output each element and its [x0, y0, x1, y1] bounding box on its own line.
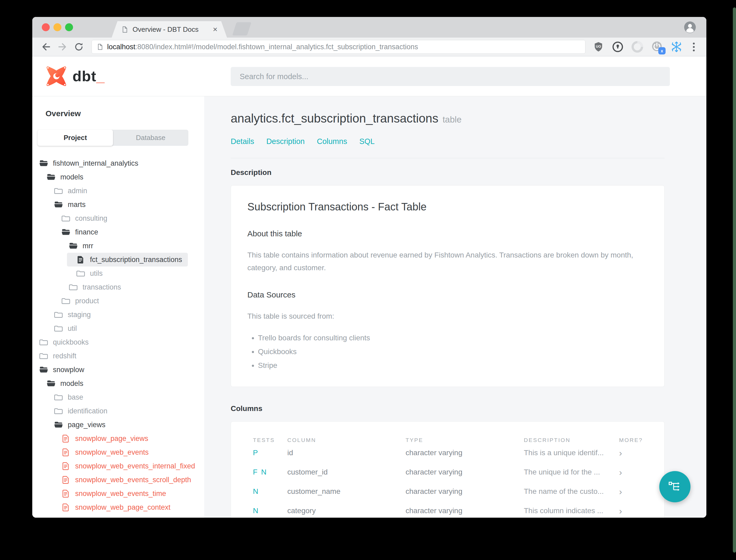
- tree-item[interactable]: staging: [32, 308, 204, 322]
- tree-item[interactable]: fishtown_internal_analytics: [32, 156, 204, 170]
- tree-item[interactable]: transactions: [32, 280, 204, 294]
- tree-item[interactable]: snowplow_web_events_scroll_depth: [32, 473, 204, 487]
- column-header: TYPE: [405, 437, 524, 443]
- tree-item-label: consulting: [75, 214, 107, 223]
- column-expand-chevron[interactable]: ›: [619, 506, 654, 516]
- zoom-window-button[interactable]: [65, 23, 73, 31]
- tree-item-label: util: [68, 324, 77, 333]
- tree-item-label: fishtown_internal_analytics: [53, 159, 138, 168]
- column-description: This is a unique identif...: [524, 449, 619, 457]
- dbt-logo[interactable]: dbt_: [45, 65, 105, 88]
- column-type: character varying: [405, 507, 524, 515]
- tab-database[interactable]: Database: [113, 130, 188, 146]
- tree-item[interactable]: snowplow_web_page_context: [32, 500, 204, 514]
- column-type: character varying: [405, 487, 524, 496]
- tree-item[interactable]: identification: [32, 404, 204, 418]
- tree-item-label: mrr: [83, 242, 93, 250]
- forward-button[interactable]: [56, 40, 69, 54]
- column-expand-chevron[interactable]: ›: [619, 448, 654, 458]
- svg-text:x: x: [661, 48, 663, 53]
- tree-item[interactable]: mrr: [32, 239, 204, 253]
- tree-item[interactable]: product: [32, 294, 204, 308]
- back-button[interactable]: [39, 40, 53, 54]
- tab-close-icon[interactable]: ×: [213, 25, 218, 34]
- tree-item[interactable]: snowplow_web_events: [32, 445, 204, 459]
- folder-open-icon: [54, 420, 63, 429]
- column-name: customer_id: [287, 468, 405, 476]
- tree-item-label: models: [60, 380, 83, 388]
- lineage-graph-button[interactable]: [659, 471, 690, 502]
- tree-item[interactable]: base: [32, 390, 204, 404]
- url-bar[interactable]: localhost:8080/index.html#!/model/model.…: [92, 40, 585, 54]
- browser-toolbar: localhost:8080/index.html#!/model/model.…: [32, 38, 706, 56]
- column-expand-chevron[interactable]: ›: [619, 467, 654, 477]
- tree-item[interactable]: snowplow_web_events_internal_fixed: [32, 459, 204, 473]
- column-name: customer_name: [287, 487, 405, 496]
- tree-item[interactable]: snowplow_page_views: [32, 432, 204, 445]
- column-row[interactable]: Ncategorycharacter varyingThis column in…: [231, 501, 654, 518]
- folder-closed-icon: [61, 214, 70, 223]
- tree-item[interactable]: quickbooks: [32, 335, 204, 349]
- description-card-title: Subscription Transactions - Fact Table: [247, 201, 648, 213]
- nav-link-description[interactable]: Description: [267, 137, 305, 146]
- tree-item[interactable]: util: [32, 322, 204, 335]
- model-file-icon: [76, 255, 85, 264]
- tree-item[interactable]: page_views: [32, 418, 204, 432]
- reload-button[interactable]: [72, 40, 86, 54]
- tree-item[interactable]: models: [32, 377, 204, 390]
- search-input[interactable]: [231, 67, 670, 86]
- model-file-icon: [61, 448, 70, 457]
- close-window-button[interactable]: [42, 23, 50, 31]
- tree-item[interactable]: utils: [32, 267, 204, 280]
- data-source-item: Quickbooks: [258, 347, 648, 356]
- tree-item[interactable]: snowplow_web_events_time: [32, 487, 204, 500]
- nav-link-details[interactable]: Details: [231, 137, 254, 146]
- extensions-row: UO x: [593, 40, 699, 53]
- browser-window: Overview - DBT Docs × localhost:8080/ind…: [32, 17, 706, 518]
- model-file-icon: [61, 475, 70, 484]
- data-sources-list: Trello boards for consulting clientsQuic…: [258, 334, 648, 370]
- column-row[interactable]: F Ncustomer_idcharacter varyingThe uniqu…: [231, 463, 654, 482]
- column-header: TESTS: [253, 437, 287, 443]
- tree-item-label: snowplow_web_events: [75, 448, 149, 457]
- snowflake-extension-icon[interactable]: [671, 41, 682, 53]
- desktop-edge: [733, 7, 736, 553]
- nav-link-sql[interactable]: SQL: [359, 137, 374, 146]
- folder-closed-icon: [54, 310, 63, 319]
- model-file-icon: [61, 489, 70, 498]
- tab-project[interactable]: Project: [38, 130, 113, 146]
- tree-item[interactable]: fct_subscription_transactions: [67, 253, 188, 267]
- nav-link-columns[interactable]: Columns: [317, 137, 347, 146]
- page-icon: [97, 43, 103, 50]
- profile-avatar[interactable]: [684, 21, 696, 34]
- column-description: This column indicates ...: [524, 507, 619, 515]
- column-row[interactable]: Ncustomer_namecharacter varyingThe name …: [231, 482, 654, 501]
- browser-menu-icon[interactable]: [690, 43, 697, 51]
- sidebar: Overview Project Database fishtown_inter…: [32, 96, 204, 518]
- folder-closed-icon: [54, 186, 63, 195]
- new-tab-button[interactable]: [232, 22, 251, 35]
- ublock-extension-icon[interactable]: UO: [593, 41, 604, 52]
- tree-item[interactable]: snowplow: [32, 363, 204, 377]
- tree-item[interactable]: redshift: [32, 349, 204, 363]
- browser-tab[interactable]: Overview - DBT Docs ×: [112, 21, 227, 38]
- column-row[interactable]: Pidcharacter varyingThis is a unique ide…: [231, 443, 654, 463]
- column-expand-chevron[interactable]: ›: [619, 486, 654, 497]
- column-name: id: [287, 449, 405, 457]
- tree-item[interactable]: consulting: [32, 211, 204, 225]
- tree-item[interactable]: finance: [32, 225, 204, 239]
- tree-item[interactable]: models: [32, 170, 204, 184]
- sidebar-overview-link[interactable]: Overview: [46, 109, 204, 118]
- disabled-extension-icon[interactable]: [631, 41, 643, 53]
- minimize-window-button[interactable]: [53, 23, 61, 31]
- tree-item[interactable]: marts: [32, 198, 204, 211]
- power-extension-icon[interactable]: x: [651, 40, 663, 53]
- column-type: character varying: [405, 449, 524, 457]
- column-header: DESCRIPTION: [524, 437, 619, 443]
- divider: [231, 158, 665, 158]
- tree-item-label: redshift: [53, 352, 76, 360]
- folder-closed-icon: [39, 338, 48, 347]
- onepassword-extension-icon[interactable]: [612, 41, 624, 53]
- tree-item[interactable]: admin: [32, 184, 204, 198]
- column-type: character varying: [405, 468, 524, 476]
